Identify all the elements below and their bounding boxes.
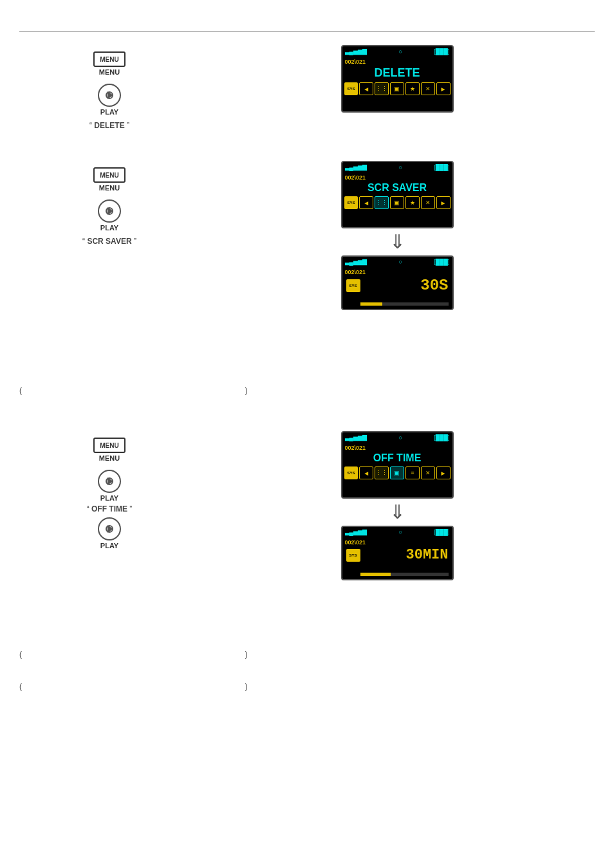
icon-x2: ✕ (421, 196, 435, 209)
section-offtime-right: ▃▄▅▆▇ ○ [███] 002\021 OFF TIME SYS ◄ ⋮⋮ … (200, 431, 595, 580)
icon-sys2: SYS (344, 196, 358, 209)
play-button-delete[interactable] (98, 84, 121, 107)
icon-star: ★ (405, 82, 420, 95)
screen-title-delete: DELETE (342, 66, 452, 80)
signal-bars3: ▃▄▅▆▇ (345, 259, 367, 265)
section-offtime-left: MENU MENU PLAY “ OFF TIME ” PLAY (19, 431, 200, 549)
icon-grid2: ⋮⋮ (375, 196, 389, 209)
signal-bars: ▃▄▅▆▇ (345, 48, 367, 55)
down-arrow-scrsaver: ⇓ (389, 232, 405, 252)
top-divider (19, 31, 595, 32)
menu-button-delete[interactable]: MENU (93, 51, 126, 67)
clock-icon5: ○ (398, 529, 402, 535)
clock-icon2: ○ (398, 164, 402, 171)
lcd-delete: ▃▄▅▆▇ ○ [███] 002\021 DELETE SYS ◄ ⋮⋮ ▣ … (341, 45, 454, 113)
section-scr-saver: MENU MENU PLAY “ SCR SAVER ” ▃▄▅▆▇ ○ [██… (0, 161, 614, 310)
icon-sys5: SYS (346, 549, 360, 562)
screen-title-scrsaver: SCR SAVER (342, 182, 452, 194)
icon-left-arrow: ◄ (359, 82, 373, 95)
lcd-offtime-value: ▃▄▅▆▇ ○ [███] 002\021 SYS 30MIN (341, 526, 454, 580)
footer-note1: ( ) (19, 650, 595, 659)
file-num3: 002\021 (345, 269, 366, 275)
icon-lock4: ▣ (390, 466, 404, 479)
lcd-scrsaver-value: ▃▄▅▆▇ ○ [███] 002\021 SYS 30S (341, 255, 454, 310)
play-button-offtime1[interactable] (98, 470, 121, 493)
signal-bars4: ▃▄▅▆▇ (345, 434, 367, 441)
battery-icon2: [███] (434, 164, 449, 171)
battery-icon4: [███] (434, 434, 449, 441)
icon-x4: ✕ (421, 466, 435, 479)
play-label2: PLAY (100, 224, 118, 232)
menu-label: MENU (99, 68, 120, 76)
clock-icon: ○ (398, 48, 402, 55)
section-delete-left: MENU MENU PLAY “ DELETE ” (19, 45, 200, 130)
signal-bars2: ▃▄▅▆▇ (345, 164, 367, 171)
menu-button-scrsaver[interactable]: MENU (93, 167, 126, 183)
menu-button-offtime[interactable]: MENU (93, 438, 126, 453)
section-delete: MENU MENU PLAY “ DELETE ” ▃▄▅▆▇ ○ [███] (0, 45, 614, 130)
play-label: PLAY (100, 108, 118, 116)
file-num4: 002\021 (345, 445, 366, 451)
battery-icon: [███] (434, 48, 449, 55)
footer-note2: ( ) (19, 682, 595, 691)
icon-grid4: ⋮⋮ (375, 466, 389, 479)
battery-icon3: [███] (434, 259, 449, 265)
play-label3b: PLAY (100, 542, 118, 549)
file-num: 002\021 (345, 59, 366, 65)
play-button-offtime2[interactable] (98, 517, 121, 540)
menu-label2: MENU (99, 184, 120, 192)
icon-sys4: SYS (344, 466, 358, 479)
icon-right-arrow: ► (436, 82, 451, 95)
icon-left4: ◄ (359, 466, 373, 479)
value-30min: 30MIN (405, 547, 448, 563)
menu-button-label: MENU (100, 56, 118, 63)
icon-right4: ► (436, 466, 451, 479)
note-scrsaver: ( ) (19, 386, 595, 395)
icon-right2: ► (436, 196, 451, 209)
section-scrsaver-left: MENU MENU PLAY “ SCR SAVER ” (19, 161, 200, 246)
icon-grid: ⋮⋮ (375, 82, 389, 95)
icon-star2: ★ (405, 196, 420, 209)
value-30s: 30S (420, 277, 448, 294)
file-num2: 002\021 (345, 174, 366, 181)
screen-title-offtime: OFF TIME (342, 452, 452, 464)
battery-icon5: [███] (434, 529, 449, 535)
icon-left2: ◄ (359, 196, 373, 209)
file-num5: 002\021 (345, 539, 366, 546)
menu-label3: MENU (99, 454, 120, 462)
icon-star4: ≡ (405, 466, 420, 479)
section-off-time: MENU MENU PLAY “ OFF TIME ” PLAY ▃▄▅▆▇ (0, 431, 614, 580)
lcd-offtime-menu: ▃▄▅▆▇ ○ [███] 002\021 OFF TIME SYS ◄ ⋮⋮ … (341, 431, 454, 499)
icon-lock: ▣ (390, 82, 404, 95)
icon-x: ✕ (421, 82, 435, 95)
down-arrow-offtime: ⇓ (389, 503, 405, 522)
scrsaver-instruction: “ SCR SAVER ” (82, 237, 136, 246)
icon-sys: SYS (344, 82, 358, 95)
menu-label-offtime: MENU (100, 442, 118, 449)
signal-bars5: ▃▄▅▆▇ (345, 529, 367, 535)
section-scrsaver-right: ▃▄▅▆▇ ○ [███] 002\021 SCR SAVER SYS ◄ ⋮⋮… (200, 161, 595, 310)
section-delete-right: ▃▄▅▆▇ ○ [███] 002\021 DELETE SYS ◄ ⋮⋮ ▣ … (200, 45, 595, 113)
offtime-instruction: “ OFF TIME ” (87, 504, 133, 513)
icon-sys3: SYS (346, 279, 360, 292)
clock-icon3: ○ (398, 259, 402, 265)
delete-instruction: “ DELETE ” (89, 121, 129, 130)
play-button-scrsaver[interactable] (98, 199, 121, 223)
menu-label-scrsaver: MENU (100, 172, 118, 179)
icon-lock2: ▣ (390, 196, 404, 209)
clock-icon4: ○ (398, 434, 402, 441)
play-label3a: PLAY (100, 494, 118, 502)
lcd-scrsaver-menu: ▃▄▅▆▇ ○ [███] 002\021 SCR SAVER SYS ◄ ⋮⋮… (341, 161, 454, 228)
